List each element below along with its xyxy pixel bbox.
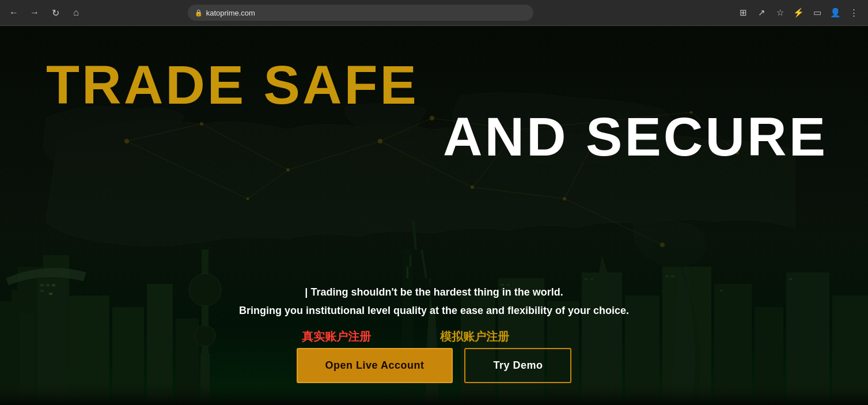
hero-content: TRADE SAFE AND SECURE Trading shouldn't … — [0, 26, 868, 405]
reload-button[interactable]: ↻ — [47, 5, 63, 21]
share-icon[interactable]: ↗ — [754, 5, 770, 21]
url-text: katoprime.com — [206, 9, 255, 17]
profile-icon[interactable]: 👤 — [828, 5, 844, 21]
tagline1: Trading shouldn't be the hardest thing i… — [305, 286, 563, 298]
tagline2: Bringing you institutional level quality… — [239, 305, 629, 317]
headline-and-secure: AND SECURE — [443, 109, 828, 164]
address-bar[interactable]: 🔒 katoprime.com — [188, 5, 533, 21]
browser-chrome: ← → ↻ ⌂ 🔒 katoprime.com ⊞ ↗ ☆ ⚡ ▭ 👤 ⋮ — [0, 0, 868, 26]
back-button[interactable]: ← — [6, 5, 22, 21]
chinese-label-demo: 模拟账户注册 — [440, 329, 509, 345]
try-demo-button[interactable]: Try Demo — [464, 348, 571, 383]
sidebar-icon[interactable]: ▭ — [809, 5, 825, 21]
menu-icon[interactable]: ⋮ — [846, 5, 862, 21]
translate-icon[interactable]: ⊞ — [736, 5, 752, 21]
extensions-icon[interactable]: ⚡ — [791, 5, 807, 21]
chinese-label-live: 真实账户注册 — [302, 329, 371, 345]
home-button[interactable]: ⌂ — [68, 5, 84, 21]
headline-trade-safe: TRADE SAFE — [46, 58, 419, 112]
open-live-account-button[interactable]: Open Live Account — [297, 348, 453, 383]
bookmark-icon[interactable]: ☆ — [772, 5, 789, 21]
cta-button-row: Open Live Account Try Demo — [297, 348, 572, 383]
toolbar-icons: ⊞ ↗ ☆ ⚡ ▭ 👤 ⋮ — [736, 5, 862, 21]
forward-button[interactable]: → — [26, 5, 43, 21]
hero-section: TRADE SAFE AND SECURE Trading shouldn't … — [0, 26, 868, 405]
lock-icon: 🔒 — [195, 9, 203, 17]
